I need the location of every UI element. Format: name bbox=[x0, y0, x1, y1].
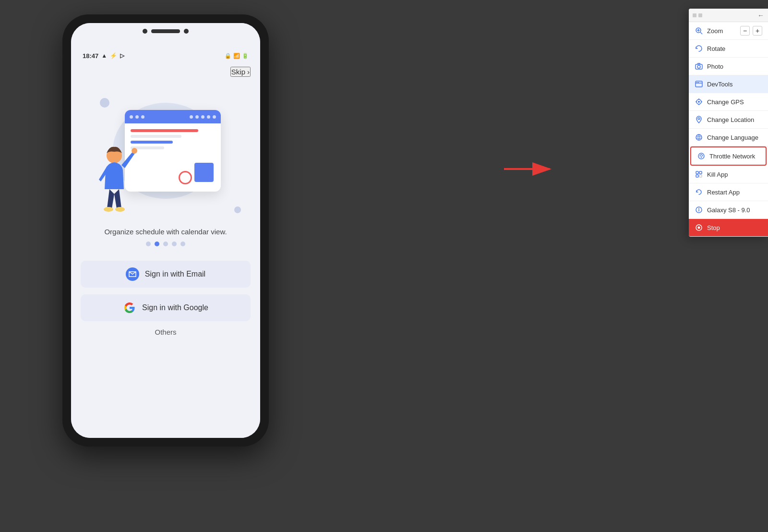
photo-label: Photo bbox=[707, 63, 723, 70]
stop-label: Stop bbox=[707, 224, 720, 231]
zoom-row: Zoom − + bbox=[689, 22, 768, 40]
dot-5 bbox=[180, 242, 185, 246]
svg-point-3 bbox=[115, 207, 125, 212]
location-icon bbox=[695, 115, 703, 124]
status-icon-warn: ▲ bbox=[101, 52, 107, 59]
svg-point-16 bbox=[698, 101, 700, 103]
panel-close-button[interactable]: ← bbox=[757, 12, 764, 19]
others-link[interactable]: Others bbox=[155, 328, 176, 336]
status-icon-usb: ⚡ bbox=[110, 52, 117, 59]
change-language-label: Change Language bbox=[707, 134, 758, 141]
svg-line-7 bbox=[700, 32, 702, 34]
panel-item-kill-app[interactable]: Kill App bbox=[689, 166, 768, 183]
panel-item-change-location[interactable]: Change Location bbox=[689, 111, 768, 129]
skip-button[interactable]: Skip › bbox=[230, 67, 251, 77]
zoom-icon bbox=[695, 26, 703, 35]
svg-point-1 bbox=[132, 148, 137, 154]
status-time: 18:47 bbox=[83, 52, 98, 60]
screen-description: Organize schedule with calendar view. bbox=[104, 228, 227, 236]
svg-point-35 bbox=[698, 227, 700, 229]
panel-item-devtools[interactable]: DevTools bbox=[689, 75, 768, 93]
info-icon bbox=[695, 206, 703, 214]
rotate-icon bbox=[695, 44, 703, 53]
stop-icon bbox=[695, 223, 703, 232]
throttle-network-label: Throttle Network bbox=[709, 153, 755, 160]
panel-item-stop[interactable]: Stop bbox=[689, 219, 768, 237]
camera-icon bbox=[695, 62, 703, 71]
status-icon-play: ▷ bbox=[120, 52, 124, 59]
svg-point-11 bbox=[697, 65, 700, 68]
panel-item-photo[interactable]: Photo bbox=[689, 58, 768, 75]
panel-item-restart-app[interactable]: Restart App bbox=[689, 183, 768, 201]
arrow-annotation bbox=[504, 159, 557, 179]
devtools-icon bbox=[695, 80, 703, 88]
side-panel: ← Zoom − + Rotate bbox=[689, 9, 768, 237]
email-icon bbox=[126, 267, 139, 281]
panel-item-change-gps[interactable]: Change GPS bbox=[689, 93, 768, 111]
svg-point-2 bbox=[104, 207, 113, 212]
svg-rect-12 bbox=[696, 81, 702, 87]
sign-in-google-button[interactable]: Sign in with Google bbox=[81, 294, 251, 321]
gps-icon bbox=[695, 97, 703, 106]
rotate-label: Rotate bbox=[707, 45, 725, 52]
zoom-label: Zoom bbox=[707, 27, 723, 35]
svg-rect-30 bbox=[699, 175, 702, 177]
svg-point-22 bbox=[696, 134, 702, 140]
restart-icon bbox=[695, 188, 703, 196]
device-info-label: Galaxy S8 - 9.0 bbox=[707, 206, 750, 214]
devtools-label: DevTools bbox=[707, 81, 732, 88]
panel-item-change-language[interactable]: Change Language bbox=[689, 129, 768, 146]
status-bar: 18:47 ▲ ⚡ ▷ 🔒 📶 🔋 bbox=[71, 47, 260, 64]
svg-point-21 bbox=[698, 118, 700, 120]
svg-rect-13 bbox=[696, 82, 697, 83]
change-location-label: Change Location bbox=[707, 116, 754, 123]
sign-in-email-button[interactable]: Sign in with Email bbox=[81, 261, 251, 288]
svg-rect-14 bbox=[698, 82, 699, 83]
kill-app-icon bbox=[695, 170, 703, 179]
svg-rect-27 bbox=[696, 171, 698, 174]
zoom-minus-button[interactable]: − bbox=[740, 26, 750, 36]
svg-rect-28 bbox=[699, 171, 702, 174]
svg-rect-29 bbox=[696, 175, 698, 177]
svg-point-26 bbox=[701, 157, 702, 158]
illustration-area bbox=[81, 79, 251, 223]
throttle-network-icon bbox=[697, 152, 706, 160]
status-signal: 📶 bbox=[233, 53, 240, 59]
panel-item-throttle-network[interactable]: Throttle Network bbox=[690, 146, 767, 166]
dot-1 bbox=[146, 242, 151, 246]
dot-2 bbox=[155, 242, 159, 246]
dots-indicator bbox=[146, 242, 185, 246]
panel-titlebar: ← bbox=[689, 9, 768, 22]
svg-point-33 bbox=[698, 208, 699, 209]
svg-point-25 bbox=[698, 153, 704, 159]
kill-app-label: Kill App bbox=[707, 171, 728, 178]
restart-app-label: Restart App bbox=[707, 189, 740, 196]
zoom-plus-button[interactable]: + bbox=[753, 26, 762, 36]
language-icon bbox=[695, 133, 703, 142]
status-lock: 🔒 bbox=[225, 53, 231, 59]
dot-4 bbox=[172, 242, 177, 246]
person-illustration bbox=[95, 141, 143, 218]
dot-3 bbox=[163, 242, 168, 246]
google-icon bbox=[123, 301, 136, 314]
panel-item-rotate[interactable]: Rotate bbox=[689, 40, 768, 58]
change-gps-label: Change GPS bbox=[707, 98, 744, 106]
status-battery: 🔋 bbox=[242, 53, 249, 59]
phone-device: 18:47 ▲ ⚡ ▷ 🔒 📶 🔋 Skip › bbox=[62, 14, 269, 447]
panel-item-device-info[interactable]: Galaxy S8 - 9.0 bbox=[689, 201, 768, 219]
